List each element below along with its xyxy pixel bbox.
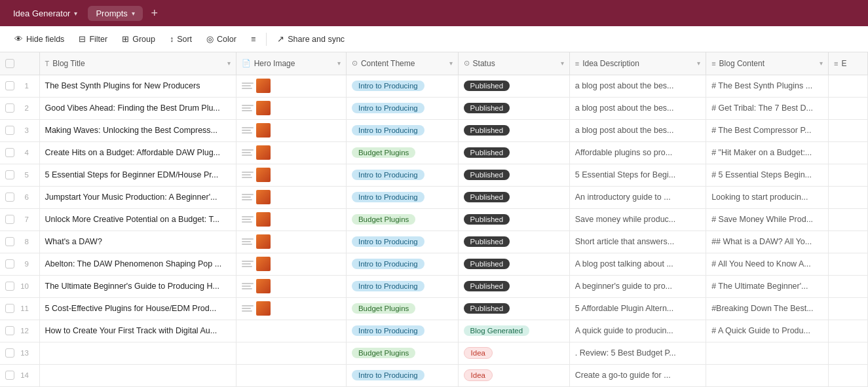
row-title-cell[interactable]: Create Hits on a Budget: Affordable DAW …	[39, 141, 236, 164]
table-row[interactable]: 13Budget PluginsIdea. Review: 5 Best Bud…	[0, 342, 868, 364]
row-desc-cell[interactable]: A quick guide to producin...	[569, 320, 706, 342]
row-checkbox[interactable]	[5, 282, 14, 291]
header-checkbox[interactable]	[5, 59, 14, 68]
table-row[interactable]: 55 Essential Steps for Beginner EDM/Hous…	[0, 164, 868, 186]
row-content-cell[interactable]	[706, 342, 829, 364]
row-hero-cell[interactable]	[236, 97, 346, 119]
row-hero-cell[interactable]	[236, 186, 346, 208]
row-status-cell[interactable]: Published	[458, 275, 569, 297]
row-checkbox[interactable]	[5, 326, 14, 335]
row-hero-cell[interactable]	[236, 275, 346, 297]
table-row[interactable]: 14Intro to ProducingIdeaCreate a go-to g…	[0, 364, 868, 386]
row-theme-cell[interactable]: Intro to Producing	[346, 320, 458, 342]
row-extra-cell[interactable]	[829, 141, 868, 164]
row-title-cell[interactable]	[39, 364, 236, 386]
row-checkbox[interactable]	[5, 237, 14, 246]
row-checkbox[interactable]	[5, 304, 14, 313]
row-desc-cell[interactable]: a blog post about the bes...	[569, 97, 706, 119]
row-extra-cell[interactable]	[829, 320, 868, 342]
table-row[interactable]: 10The Ultimate Beginner's Guide to Produ…	[0, 275, 868, 297]
row-hero-cell[interactable]	[236, 230, 346, 253]
row-checkbox[interactable]	[5, 103, 14, 113]
row-status-cell[interactable]: Published	[458, 253, 569, 275]
row-status-cell[interactable]: Idea	[458, 342, 569, 364]
row-content-cell[interactable]: # The Best Compressor P...	[706, 119, 829, 141]
row-theme-cell[interactable]: Intro to Producing	[346, 186, 458, 208]
row-hero-cell[interactable]	[236, 342, 346, 364]
row-content-cell[interactable]	[706, 364, 829, 386]
table-row[interactable]: 2Good Vibes Ahead: Finding the Best Drum…	[0, 97, 868, 119]
row-extra-cell[interactable]	[829, 297, 868, 320]
row-title-cell[interactable]: Abelton: The DAW Phenomenon Shaping Pop …	[39, 253, 236, 275]
row-hero-cell[interactable]	[236, 320, 346, 342]
header-extra-col[interactable]: ≡ E	[829, 52, 868, 75]
app-tab[interactable]: Idea Generator ▾	[5, 6, 85, 21]
row-content-cell[interactable]: # Save Money While Prod...	[706, 208, 829, 230]
table-row[interactable]: 3Making Waves: Unlocking the Best Compre…	[0, 119, 868, 141]
row-hero-cell[interactable]	[236, 75, 346, 97]
row-content-cell[interactable]: # The Ultimate Beginner'...	[706, 275, 829, 297]
row-height-button[interactable]: ≡	[244, 31, 262, 47]
row-title-cell[interactable]: Making Waves: Unlocking the Best Compres…	[39, 119, 236, 141]
row-theme-cell[interactable]: Intro to Producing	[346, 164, 458, 186]
row-content-cell[interactable]: # A Quick Guide to Produ...	[706, 320, 829, 342]
row-status-cell[interactable]: Published	[458, 141, 569, 164]
table-row[interactable]: 7Unlock More Creative Potential on a Bud…	[0, 208, 868, 230]
row-checkbox[interactable]	[5, 193, 14, 202]
row-checkbox[interactable]	[5, 170, 14, 179]
row-status-cell[interactable]: Published	[458, 119, 569, 141]
sort-button[interactable]: ↕ Sort	[163, 31, 198, 47]
prompts-tab[interactable]: Prompts ▾	[88, 6, 142, 21]
row-extra-cell[interactable]	[829, 364, 868, 386]
row-title-cell[interactable]: The Ultimate Beginner's Guide to Produci…	[39, 275, 236, 297]
row-content-cell[interactable]: # "Hit Maker on a Budget:...	[706, 141, 829, 164]
row-checkbox[interactable]	[5, 126, 14, 135]
header-content-col[interactable]: ≡ Blog Content ▾	[706, 52, 829, 75]
row-status-cell[interactable]: Idea	[458, 364, 569, 386]
hide-fields-button[interactable]: 👁 Hide fields	[8, 31, 71, 47]
row-desc-cell[interactable]: Create a go-to guide for ...	[569, 364, 706, 386]
share-sync-button[interactable]: ↗ Share and sync	[271, 31, 351, 47]
row-status-cell[interactable]: Published	[458, 97, 569, 119]
table-row[interactable]: 115 Cost-Effective Plugins for House/EDM…	[0, 297, 868, 320]
row-status-cell[interactable]: Published	[458, 230, 569, 253]
row-hero-cell[interactable]	[236, 208, 346, 230]
row-extra-cell[interactable]	[829, 97, 868, 119]
row-checkbox[interactable]	[5, 259, 14, 268]
row-content-cell[interactable]: # 5 Essential Steps Begin...	[706, 164, 829, 186]
row-extra-cell[interactable]	[829, 253, 868, 275]
row-extra-cell[interactable]	[829, 186, 868, 208]
row-content-cell[interactable]: # The Best Synth Plugins ...	[706, 75, 829, 97]
table-row[interactable]: 1The Best Synth Plugins for New Producer…	[0, 75, 868, 97]
row-desc-cell[interactable]: 5 Essential Steps for Begi...	[569, 164, 706, 186]
row-extra-cell[interactable]	[829, 230, 868, 253]
add-tab-button[interactable]: +	[145, 4, 164, 22]
row-checkbox[interactable]	[5, 371, 14, 380]
row-desc-cell[interactable]: A beginner's guide to pro...	[569, 275, 706, 297]
row-title-cell[interactable]: The Best Synth Plugins for New Producers	[39, 75, 236, 97]
row-extra-cell[interactable]	[829, 208, 868, 230]
row-desc-cell[interactable]: Affordable plugins so pro...	[569, 141, 706, 164]
row-desc-cell[interactable]: 5 Affordable Plugin Altern...	[569, 297, 706, 320]
row-title-cell[interactable]	[39, 342, 236, 364]
row-theme-cell[interactable]: Intro to Producing	[346, 230, 458, 253]
row-theme-cell[interactable]: Budget Plugins	[346, 297, 458, 320]
header-title-col[interactable]: T Blog Title ▾	[39, 52, 236, 75]
row-theme-cell[interactable]: Budget Plugins	[346, 141, 458, 164]
row-desc-cell[interactable]: Save money while produc...	[569, 208, 706, 230]
row-theme-cell[interactable]: Intro to Producing	[346, 97, 458, 119]
header-desc-col[interactable]: ≡ Idea Description ▾	[569, 52, 706, 75]
row-theme-cell[interactable]: Intro to Producing	[346, 275, 458, 297]
row-checkbox[interactable]	[5, 148, 14, 157]
row-extra-cell[interactable]	[829, 275, 868, 297]
table-row[interactable]: 4Create Hits on a Budget: Affordable DAW…	[0, 141, 868, 164]
row-extra-cell[interactable]	[829, 164, 868, 186]
row-content-cell[interactable]: # Get Tribal: The 7 Best D...	[706, 97, 829, 119]
row-status-cell[interactable]: Published	[458, 75, 569, 97]
table-row[interactable]: 6Jumpstart Your Music Production: A Begi…	[0, 186, 868, 208]
filter-button[interactable]: ⊟ Filter	[72, 31, 114, 47]
table-row[interactable]: 12How to Create Your First Track with Di…	[0, 320, 868, 342]
color-button[interactable]: ◎ Color	[200, 31, 243, 47]
row-desc-cell[interactable]: . Review: 5 Best Budget P...	[569, 342, 706, 364]
row-desc-cell[interactable]: a blog post about the bes...	[569, 75, 706, 97]
